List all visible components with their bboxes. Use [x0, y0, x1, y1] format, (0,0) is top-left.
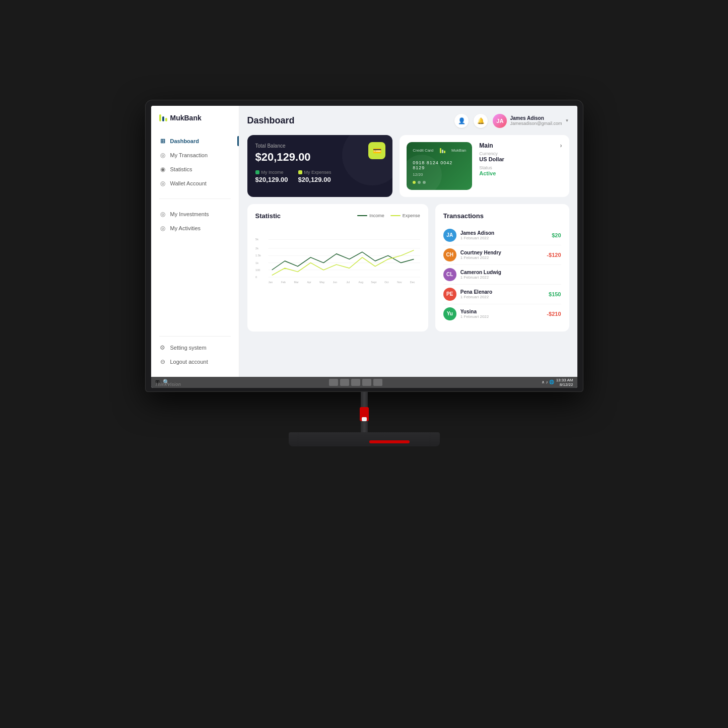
- currency-value: US Dollar: [479, 156, 562, 162]
- svg-text:5k: 5k: [255, 238, 258, 241]
- sidebar-secondary-section: ◎ My Investments ◎ My Activities: [151, 203, 239, 239]
- taskbar-icons: ∧ ♪ 🌐: [542, 380, 554, 384]
- page-title: Dashboard: [247, 115, 295, 126]
- card-number: 0918 8124 0042 8129: [413, 160, 466, 170]
- statistics-icon: ◉: [159, 166, 166, 173]
- svg-text:Jun: Jun: [333, 281, 337, 284]
- investments-icon: ◎: [159, 211, 166, 218]
- txn-amount-2: -$120: [547, 252, 561, 258]
- logo-icon: [159, 114, 167, 121]
- brand-name: MukBank: [170, 114, 202, 122]
- txn-amount-4: $150: [549, 291, 561, 297]
- txn-name-3: Cameron Ludwig: [460, 270, 557, 275]
- card-info-arrow[interactable]: ›: [560, 142, 562, 149]
- taskbar-app-2[interactable]: [340, 379, 349, 386]
- txn-avatar-3: CL: [443, 268, 456, 281]
- sidebar-item-statistics[interactable]: ◉ Statistics: [151, 162, 239, 176]
- transaction-item-3: CL Cameron Ludwig 1 Februari 2022: [443, 265, 561, 285]
- transaction-item-4: PE Pena Elenaro 1 Februari 2022 $150: [443, 285, 561, 304]
- txn-info-1: James Adison 1 Februari 2022: [460, 230, 548, 240]
- header-actions: 👤 🔔 JA James Adison Jamesadison@gmail.co…: [454, 114, 569, 128]
- transaction-item-2: CH Courtney Hendry 1 Februari 2022 -$120: [443, 245, 561, 265]
- balance-sub-row: My Income $20,129.00 My Expenses: [255, 170, 385, 183]
- sidebar-item-label: Setting system: [170, 345, 207, 351]
- app-layout: MukBank ⊞ Dashboard ◎ My Transaction ◉: [151, 106, 577, 377]
- txn-amount-5: -$210: [547, 311, 561, 317]
- bell-icon-btn[interactable]: 🔔: [474, 114, 488, 128]
- taskbar-time: 13:33 AM 8/12/22: [556, 378, 573, 387]
- logo-bar-3: [165, 118, 167, 121]
- card-info: Main › Currency US Dollar Status Active: [479, 142, 562, 190]
- logo-bar-1: [159, 114, 161, 121]
- card-dot-3: [423, 181, 426, 184]
- transaction-item-5: Yu Yusina 1 Februari 2022 -$210: [443, 304, 561, 323]
- sidebar-item-label: Logout account: [170, 359, 208, 365]
- user-text: James Adison Jamesadison@gmail.com: [510, 115, 562, 126]
- balance-label: Total Balance: [255, 143, 385, 149]
- taskbar-app-4[interactable]: [362, 379, 371, 386]
- txn-date-2: 1 Februari 2022: [460, 255, 543, 260]
- card-currency-row: Currency US Dollar: [479, 151, 562, 162]
- txn-info-4: Pena Elenaro 1 Februari 2022: [460, 289, 545, 299]
- sidebar-item-logout[interactable]: ⊖ Logout account: [151, 355, 239, 369]
- sidebar-item-my-transaction[interactable]: ◎ My Transaction: [151, 148, 239, 162]
- card-dot-2: [418, 181, 421, 184]
- sidebar-item-dashboard[interactable]: ⊞ Dashboard: [151, 134, 239, 148]
- monitor-bezel: MukBank ⊞ Dashboard ◎ My Transaction ◉: [145, 100, 583, 392]
- user-name: James Adison: [510, 115, 562, 121]
- income-legend: Income: [357, 213, 384, 218]
- svg-text:Jul: Jul: [346, 281, 350, 284]
- card-info-title: Main ›: [479, 142, 562, 149]
- taskbar: ⊞ 🔍 ∧ ♪ 🌐 13:33 AM 8/12/22: [151, 377, 577, 388]
- txn-date-4: 1 Februari 2022: [460, 295, 545, 299]
- txn-avatar-1: JA: [443, 229, 456, 242]
- sidebar-item-label: My Transaction: [170, 152, 208, 158]
- sidebar-item-wallet-account[interactable]: ◎ Wallet Account: [151, 176, 239, 190]
- income-label: My Income: [255, 170, 288, 175]
- currency-label: Currency: [479, 151, 562, 156]
- svg-text:Feb: Feb: [281, 281, 285, 284]
- card-top: Credit Card MukBan: [413, 148, 466, 153]
- expense-legend: Expense: [390, 213, 420, 218]
- monitor-brand: ThinkVision: [155, 382, 181, 387]
- statistic-title: Statistic: [255, 212, 281, 220]
- balance-amount: $20,129.00: [255, 151, 385, 164]
- txn-date-3: 1 Februari 2022: [460, 275, 557, 280]
- logout-icon: ⊖: [159, 358, 166, 365]
- svg-text:Jan: Jan: [268, 281, 273, 284]
- sidebar-divider-2: [159, 336, 231, 337]
- sidebar-item-activities[interactable]: ◎ My Activities: [151, 221, 239, 235]
- taskbar-app-3[interactable]: [351, 379, 360, 386]
- sidebar-bottom: ⚙ Setting system ⊖ Logout account: [151, 332, 239, 369]
- expense-amount: $20,129.00: [298, 176, 332, 183]
- sidebar-item-settings[interactable]: ⚙ Setting system: [151, 341, 239, 355]
- expense-label: My Expenses: [298, 170, 332, 175]
- transaction-item-1: JA James Adison 1 Februari 2022 $20: [443, 226, 561, 245]
- user-group-icon: 👤: [458, 117, 466, 124]
- activities-icon: ◎: [159, 225, 166, 232]
- transactions-header: Transactions: [443, 212, 561, 220]
- card-bar-3: [444, 151, 445, 153]
- user-email: Jamesadison@gmail.com: [510, 121, 562, 126]
- chart-legend: Income Expense: [357, 213, 420, 218]
- statistic-chart: 5k 2k 1.5k 1k 100 0: [255, 226, 420, 296]
- taskbar-app-1[interactable]: [329, 379, 338, 386]
- transactions-title: Transactions: [443, 212, 484, 220]
- taskbar-app-5[interactable]: [373, 379, 382, 386]
- txn-name-1: James Adison: [460, 230, 548, 236]
- income-amount: $20,129.00: [255, 176, 288, 183]
- svg-text:Dec: Dec: [410, 281, 415, 284]
- txn-info-5: Yusina 1 Februari 2022: [460, 309, 543, 319]
- taskbar-right: ∧ ♪ 🌐 13:33 AM 8/12/22: [542, 378, 573, 387]
- sidebar: MukBank ⊞ Dashboard ◎ My Transaction ◉: [151, 106, 239, 377]
- card-bank: MukBan: [451, 148, 466, 153]
- settings-icon: ⚙: [159, 344, 166, 351]
- svg-text:2k: 2k: [255, 247, 258, 250]
- svg-text:Nov: Nov: [397, 281, 402, 284]
- user-icon-btn[interactable]: 👤: [454, 114, 469, 128]
- statistic-panel: Statistic Income Expense: [247, 204, 428, 332]
- user-info[interactable]: JA James Adison Jamesadison@gmail.com ▼: [493, 114, 569, 128]
- taskbar-center: [329, 379, 382, 386]
- svg-text:Oct: Oct: [384, 281, 389, 284]
- sidebar-item-investments[interactable]: ◎ My Investments: [151, 207, 239, 221]
